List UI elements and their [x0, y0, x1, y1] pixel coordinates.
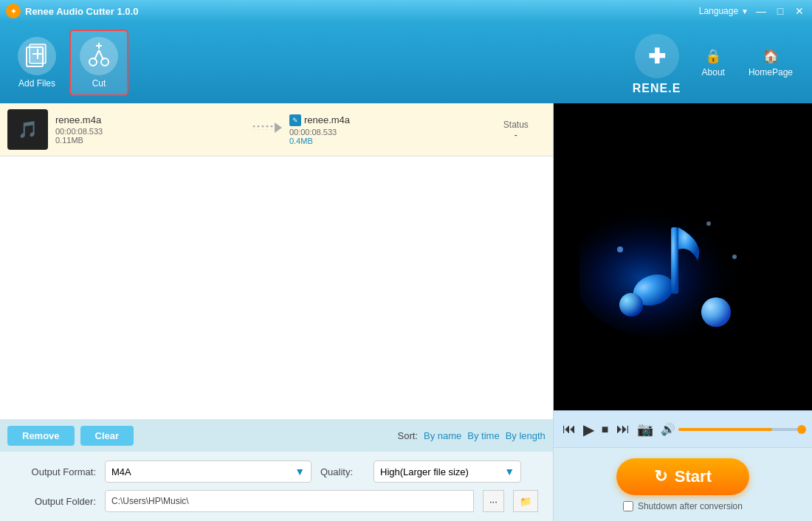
homepage-nav-item[interactable]: 🏠 HomePage — [737, 42, 805, 83]
svg-rect-16 — [671, 227, 678, 294]
about-label: About — [702, 67, 725, 77]
start-refresh-icon: ↻ — [654, 467, 667, 486]
app-logo: ✦ — [6, 4, 21, 18]
left-panel: 🎵 renee.m4a 00:00:08.533 0.11MB — [0, 103, 553, 521]
language-selector[interactable]: Language ▼ — [699, 6, 749, 16]
sort-area: Sort: By name By time By length — [398, 430, 546, 441]
quality-value: High(Larger file size) — [380, 466, 469, 477]
status-header: Status — [486, 120, 546, 130]
about-icon: 🔒 — [705, 48, 721, 64]
app-title: Renee Audio Cutter 1.0.0 — [25, 6, 138, 17]
volume-thumb[interactable] — [797, 425, 806, 434]
music-note-visual — [579, 176, 786, 338]
skip-back-button[interactable]: ⏮ — [562, 421, 576, 437]
cut-button[interactable]: Cut — [69, 30, 128, 96]
file-output-info: ✎ renee.m4a 00:00:08.533 0.4MB — [289, 114, 479, 145]
shutdown-label: Shutdown after conversion — [638, 501, 743, 511]
svg-point-5 — [101, 58, 109, 66]
svg-point-17 — [619, 293, 643, 317]
play-icon: ▶ — [583, 421, 594, 438]
output-format-select[interactable]: M4A ▼ — [105, 460, 312, 483]
file-thumbnail: 🎵 — [7, 109, 48, 150]
folder-open-icon: 📁 — [520, 496, 531, 507]
folder-path: C:\Users\HP\Music\ — [111, 496, 189, 506]
main-area: 🎵 renee.m4a 00:00:08.533 0.11MB — [0, 103, 812, 521]
cut-icon — [80, 37, 118, 75]
quality-select[interactable]: High(Larger file size) ▼ — [374, 460, 521, 483]
bottom-controls: Remove Clear Sort: By name By time By le… — [0, 419, 553, 452]
svg-point-4 — [89, 58, 97, 66]
stop-icon: ■ — [602, 423, 609, 436]
convert-arrow-icon — [252, 120, 282, 139]
screenshot-icon: 📷 — [637, 421, 653, 438]
language-label: Language — [699, 6, 738, 16]
file-source-info: renee.m4a 00:00:08.533 0.11MB — [55, 114, 245, 145]
volume-icon: 🔊 — [661, 422, 675, 436]
browse-dots-icon: ··· — [489, 496, 498, 507]
add-files-button[interactable]: Add Files — [7, 30, 66, 96]
svg-point-20 — [706, 221, 711, 226]
start-area: ↻ Start Shutdown after conversion — [554, 447, 812, 521]
clear-button[interactable]: Clear — [80, 426, 134, 446]
edit-icon: ✎ — [289, 114, 301, 126]
remove-button[interactable]: Remove — [7, 426, 75, 446]
format-value: M4A — [111, 466, 131, 477]
folder-row: Output Folder: C:\Users\HP\Music\ ··· 📁 — [15, 490, 538, 512]
sort-by-length-link[interactable]: By length — [506, 430, 546, 441]
svg-line-6 — [94, 50, 99, 60]
start-label: Start — [675, 467, 712, 486]
file-list: 🎵 renee.m4a 00:00:08.533 0.11MB — [0, 103, 553, 419]
file-status: Status - — [486, 120, 546, 140]
rene-logo: ✚ RENE.E — [631, 30, 683, 95]
sort-label: Sort: — [398, 430, 418, 441]
table-row: 🎵 renee.m4a 00:00:08.533 0.11MB — [0, 103, 553, 156]
output-folder-input[interactable]: C:\Users\HP\Music\ — [105, 490, 474, 512]
svg-line-7 — [99, 50, 103, 60]
source-file-size: 0.11MB — [55, 136, 245, 145]
shutdown-row: Shutdown after conversion — [623, 501, 743, 511]
sort-by-name-link[interactable]: By name — [424, 430, 461, 441]
skip-forward-button[interactable]: ⏭ — [616, 421, 630, 437]
quality-label: Quality: — [320, 466, 365, 477]
svg-point-18 — [701, 297, 731, 327]
player-controls: ⏮ ▶ ■ ⏭ 📷 🔊 — [554, 410, 812, 447]
play-button[interactable]: ▶ — [583, 421, 594, 438]
title-bar: ✦ Renee Audio Cutter 1.0.0 Language ▼ — … — [0, 0, 812, 22]
home-icon: 🏠 — [763, 48, 779, 64]
screenshot-button[interactable]: 📷 — [637, 421, 653, 438]
source-file-duration: 00:00:08.533 — [55, 127, 245, 136]
format-row: Output Format: M4A ▼ Quality: High(Large… — [15, 460, 538, 483]
shutdown-checkbox[interactable] — [623, 501, 633, 511]
about-nav-item[interactable]: 🔒 About — [690, 42, 737, 83]
browse-folder-button[interactable]: ··· — [483, 490, 504, 512]
volume-track — [678, 428, 803, 431]
add-files-label: Add Files — [18, 78, 55, 89]
status-badge: - — [486, 130, 546, 140]
toolbar: Add Files Cut ✚ — [0, 22, 812, 103]
source-file-name: renee.m4a — [55, 114, 245, 125]
skip-forward-icon: ⏭ — [616, 421, 630, 437]
music-visual — [554, 103, 812, 410]
svg-marker-12 — [275, 123, 282, 133]
close-button[interactable]: ✕ — [793, 4, 806, 18]
format-dropdown-arrow: ▼ — [295, 466, 305, 477]
rene-logo-img: ✚ — [631, 30, 683, 82]
preview-area — [554, 103, 812, 410]
rene-brand-text: RENE.E — [633, 82, 681, 95]
restore-button[interactable]: □ — [774, 4, 787, 18]
open-folder-button[interactable]: 📁 — [513, 490, 538, 512]
right-panel: ⏮ ▶ ■ ⏭ 📷 🔊 — [553, 103, 812, 521]
minimize-button[interactable]: — — [754, 4, 768, 18]
stop-button[interactable]: ■ — [602, 423, 609, 436]
title-bar-left: ✦ Renee Audio Cutter 1.0.0 — [6, 4, 138, 18]
language-dropdown-arrow: ▼ — [741, 7, 749, 15]
sort-by-time-link[interactable]: By time — [467, 430, 499, 441]
volume-slider[interactable]: 🔊 — [661, 422, 803, 436]
top-nav: ✚ RENE.E 🔒 About 🏠 HomePage — [631, 30, 805, 95]
start-button[interactable]: ↻ Start — [616, 458, 749, 495]
output-folder-label: Output Folder: — [15, 496, 96, 507]
settings-bar: Output Format: M4A ▼ Quality: High(Large… — [0, 452, 553, 521]
svg-point-21 — [732, 255, 737, 259]
output-file-name: ✎ renee.m4a — [289, 114, 479, 126]
volume-fill — [678, 428, 772, 431]
